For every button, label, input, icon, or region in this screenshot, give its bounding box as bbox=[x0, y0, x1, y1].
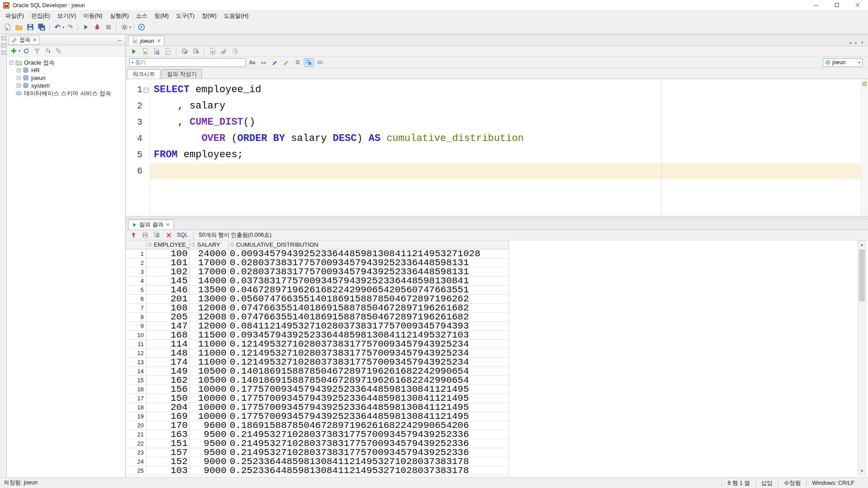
employee-id-cell[interactable]: 204 bbox=[146, 403, 190, 412]
fetch-all-button[interactable] bbox=[152, 230, 162, 239]
find-input-combo[interactable]: ▾ bbox=[129, 58, 246, 67]
whole-word-button[interactable]: «» bbox=[259, 58, 269, 67]
cumulative-distribution-cell[interactable]: 0.02803738317757009345794392523364485981… bbox=[229, 267, 509, 277]
code-area[interactable]: SELECT employee_id , salary , CUME_DIST(… bbox=[150, 79, 868, 216]
undo-button[interactable]: ↶ bbox=[52, 22, 63, 33]
find-dropdown-icon[interactable]: ▾ bbox=[132, 61, 133, 65]
salary-cell[interactable]: 13000 bbox=[190, 295, 229, 304]
cumulative-distribution-cell[interactable]: 0.21495327102803738317757009345794392523… bbox=[229, 448, 509, 457]
row-number-cell[interactable]: 8 bbox=[126, 313, 146, 322]
row-number-cell[interactable]: 18 bbox=[126, 403, 146, 412]
salary-cell[interactable]: 13500 bbox=[190, 286, 229, 295]
employee-id-cell[interactable]: 100 bbox=[146, 249, 190, 258]
salary-cell[interactable]: 9500 bbox=[190, 439, 229, 448]
salary-cell[interactable]: 12008 bbox=[190, 313, 229, 322]
line-number[interactable]: 2 bbox=[126, 98, 150, 114]
salary-cell[interactable]: 11000 bbox=[190, 349, 229, 358]
employee-id-cell[interactable]: 163 bbox=[146, 430, 190, 439]
sql-editor[interactable]: 1−23456 SELECT employee_id , salary , CU… bbox=[126, 79, 868, 216]
marker-pen-button[interactable] bbox=[281, 58, 291, 67]
row-number-cell[interactable]: 6 bbox=[126, 295, 146, 304]
highlight-pen-button[interactable] bbox=[270, 58, 280, 67]
autotrace-button[interactable] bbox=[151, 47, 161, 56]
collapse-all-button[interactable] bbox=[54, 47, 64, 56]
row-number-cell[interactable]: 15 bbox=[126, 376, 146, 385]
menu-source[interactable]: 소스 bbox=[132, 11, 151, 21]
cumulative-distribution-cell[interactable]: 0.02803738317757009345794392523364485981… bbox=[229, 258, 509, 267]
employee-id-cell[interactable]: 147 bbox=[146, 322, 190, 331]
salary-cell[interactable]: 14000 bbox=[190, 277, 229, 286]
row-number-cell[interactable]: 16 bbox=[126, 385, 146, 394]
stop-button[interactable] bbox=[103, 22, 114, 33]
tab-scroll-left-icon[interactable]: ◂ bbox=[849, 40, 851, 46]
row-number-cell[interactable]: 7 bbox=[126, 304, 146, 313]
employee-id-cell[interactable]: 150 bbox=[146, 394, 190, 403]
cumulative-distribution-cell[interactable]: 0.05607476635514018691588785046728971962… bbox=[229, 295, 509, 304]
minimize-button[interactable] bbox=[806, 0, 826, 10]
tree-node-joeun[interactable]: + joeun bbox=[7, 74, 125, 82]
close-tab-icon[interactable]: ✕ bbox=[165, 222, 170, 228]
row-number-cell[interactable]: 21 bbox=[126, 430, 146, 439]
save-button[interactable] bbox=[25, 22, 36, 33]
row-number-cell[interactable]: 24 bbox=[126, 457, 146, 466]
employee-id-cell[interactable]: 156 bbox=[146, 385, 190, 394]
cumulative-distribution-cell[interactable]: 0.17757009345794392523364485981308411214… bbox=[229, 385, 509, 394]
cumulative-distribution-cell[interactable]: 0.09345794392523364485981308411214953271… bbox=[229, 331, 509, 340]
tools-dropdown-icon[interactable]: ▾ bbox=[129, 25, 131, 29]
code-line[interactable]: SELECT employee_id bbox=[150, 82, 868, 98]
line-number[interactable]: 6 bbox=[126, 163, 150, 179]
cumulative-distribution-cell[interactable]: 0.08411214953271028037383177570093457943… bbox=[229, 322, 509, 331]
salary-cell[interactable]: 10000 bbox=[190, 385, 229, 394]
line-number[interactable]: 1− bbox=[126, 82, 150, 98]
run-button[interactable] bbox=[80, 22, 91, 33]
employee-id-cell[interactable]: 169 bbox=[146, 412, 190, 421]
code-line[interactable] bbox=[150, 163, 868, 179]
cumulative-distribution-cell[interactable]: 0.12149532710280373831775700934579439252… bbox=[229, 349, 509, 358]
salary-cell[interactable]: 11000 bbox=[190, 340, 229, 349]
salary-cell[interactable]: 9500 bbox=[190, 430, 229, 439]
dock-panel-icon[interactable] bbox=[1, 36, 5, 40]
salary-cell[interactable]: 10500 bbox=[190, 376, 229, 385]
salary-cell[interactable]: 10500 bbox=[190, 367, 229, 376]
employee-id-cell[interactable]: 151 bbox=[146, 439, 190, 448]
close-tab-icon[interactable]: ✕ bbox=[156, 38, 160, 44]
cumulative-distribution-cell[interactable]: 0.07476635514018691588785046728971962616… bbox=[229, 304, 509, 313]
sort-icon[interactable] bbox=[191, 243, 196, 247]
salary-cell[interactable]: 12000 bbox=[190, 322, 229, 331]
employee-id-cell[interactable]: 205 bbox=[146, 313, 190, 322]
line-number[interactable]: 5 bbox=[126, 147, 150, 163]
save-all-button[interactable] bbox=[36, 22, 47, 33]
filter-button[interactable] bbox=[32, 47, 42, 56]
row-number-cell[interactable]: 1 bbox=[126, 249, 146, 258]
employee-id-cell[interactable]: 174 bbox=[146, 358, 190, 367]
unshared-worksheet-button[interactable] bbox=[208, 47, 217, 56]
cumulative-distribution-cell[interactable]: 0.14018691588785046728971962616822429906… bbox=[229, 367, 509, 376]
cumulative-distribution-cell[interactable]: 0.21495327102803738317757009345794392523… bbox=[229, 439, 509, 448]
change-marker-icon[interactable] bbox=[863, 82, 867, 86]
code-line[interactable]: FROM employees; bbox=[150, 147, 868, 163]
print-button[interactable] bbox=[140, 230, 150, 239]
document-tab-joeun[interactable]: joeun ✕ bbox=[128, 36, 165, 46]
employee-id-cell[interactable]: 149 bbox=[146, 367, 190, 376]
commit-button[interactable] bbox=[179, 47, 189, 56]
collapse-node-icon[interactable]: − bbox=[9, 61, 14, 65]
expand-node-icon[interactable]: + bbox=[17, 68, 21, 72]
salary-cell[interactable]: 17000 bbox=[190, 258, 229, 267]
salary-cell[interactable]: 9500 bbox=[190, 448, 229, 457]
scrollbar-thumb[interactable] bbox=[859, 249, 865, 301]
row-number-cell[interactable]: 17 bbox=[126, 394, 146, 403]
row-number-cell[interactable]: 22 bbox=[126, 439, 146, 448]
employee-id-cell[interactable]: 157 bbox=[146, 448, 190, 457]
tools-button[interactable] bbox=[119, 22, 130, 33]
new-file-button[interactable] bbox=[2, 22, 13, 33]
tree-node-oracle-connections[interactable]: − Oracle 접속 bbox=[7, 59, 125, 66]
salary-cell[interactable]: 12008 bbox=[190, 304, 229, 313]
employee-id-cell[interactable]: 162 bbox=[146, 376, 190, 385]
tab-query-builder[interactable]: 질의 작성기 bbox=[161, 69, 202, 79]
row-number-cell[interactable]: 25 bbox=[126, 466, 146, 475]
row-number-cell[interactable]: 23 bbox=[126, 448, 146, 457]
menu-team[interactable]: 팀(M) bbox=[151, 11, 172, 21]
salary-cell[interactable]: 24000 bbox=[190, 249, 229, 258]
rollback-button[interactable] bbox=[191, 47, 201, 56]
list-matches-button[interactable] bbox=[292, 58, 302, 67]
